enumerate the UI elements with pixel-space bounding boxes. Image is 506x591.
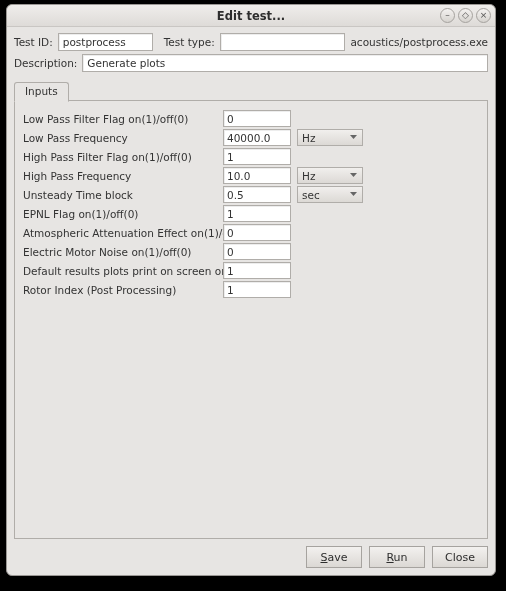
param-label: Rotor Index (Post Processing) bbox=[23, 284, 223, 296]
minimize-icon: – bbox=[445, 11, 450, 20]
param-row: High Pass Filter Flag on(1)/off(0) bbox=[23, 147, 479, 166]
window-title: Edit test... bbox=[7, 9, 495, 23]
param-row: EPNL Flag on(1)/off(0) bbox=[23, 204, 479, 223]
test-path-label: acoustics/postprocess.exe bbox=[350, 36, 488, 48]
button-bar: Save Run Close bbox=[14, 539, 488, 568]
tab-strip: Inputs bbox=[14, 81, 488, 101]
param-label: High Pass Frequency bbox=[23, 170, 223, 182]
client-area: Test ID: Test type: acoustics/postproces… bbox=[7, 27, 495, 575]
param-label: Atmospheric Attenuation Effect on(1)/off… bbox=[23, 227, 223, 239]
tab-strip-spacer bbox=[69, 81, 488, 101]
param-row: High Pass FrequencyHz bbox=[23, 166, 479, 185]
param-value-input[interactable] bbox=[223, 167, 291, 184]
param-row: Default results plots print on screen on… bbox=[23, 261, 479, 280]
param-label: High Pass Filter Flag on(1)/off(0) bbox=[23, 151, 223, 163]
header-row-1: Test ID: Test type: acoustics/postproces… bbox=[14, 33, 488, 51]
param-row: Rotor Index (Post Processing) bbox=[23, 280, 479, 299]
tab-area: Inputs Low Pass Filter Flag on(1)/off(0)… bbox=[14, 81, 488, 539]
titlebar: Edit test... – ◇ × bbox=[7, 5, 495, 27]
maximize-button[interactable]: ◇ bbox=[458, 8, 473, 23]
param-row: Electric Motor Noise on(1)/off(0) bbox=[23, 242, 479, 261]
close-icon: × bbox=[480, 11, 488, 20]
save-button[interactable]: Save bbox=[306, 546, 362, 568]
param-row: Atmospheric Attenuation Effect on(1)/off… bbox=[23, 223, 479, 242]
maximize-icon: ◇ bbox=[462, 11, 469, 20]
param-value-input[interactable] bbox=[223, 224, 291, 241]
param-label: Default results plots print on screen on… bbox=[23, 265, 223, 277]
param-unit-combo[interactable]: Hz bbox=[297, 129, 363, 146]
chevron-down-icon bbox=[350, 192, 357, 196]
close-window-button[interactable]: × bbox=[476, 8, 491, 23]
close-button[interactable]: Close bbox=[432, 546, 488, 568]
description-label: Description: bbox=[14, 57, 77, 69]
param-unit-text: Hz bbox=[302, 132, 315, 144]
param-value-input[interactable] bbox=[223, 281, 291, 298]
param-value-input[interactable] bbox=[223, 129, 291, 146]
minimize-button[interactable]: – bbox=[440, 8, 455, 23]
param-unit-text: Hz bbox=[302, 170, 315, 182]
test-id-label: Test ID: bbox=[14, 36, 53, 48]
tab-page-inputs: Low Pass Filter Flag on(1)/off(0)Low Pas… bbox=[14, 101, 488, 539]
param-label: Unsteady Time block bbox=[23, 189, 223, 201]
header-row-2: Description: bbox=[14, 54, 488, 72]
param-label: EPNL Flag on(1)/off(0) bbox=[23, 208, 223, 220]
param-label: Electric Motor Noise on(1)/off(0) bbox=[23, 246, 223, 258]
titlebar-buttons: – ◇ × bbox=[440, 8, 491, 23]
param-row: Low Pass Filter Flag on(1)/off(0) bbox=[23, 109, 479, 128]
param-unit-combo[interactable]: sec bbox=[297, 186, 363, 203]
description-input[interactable] bbox=[82, 54, 488, 72]
param-value-input[interactable] bbox=[223, 262, 291, 279]
test-type-label: Test type: bbox=[164, 36, 215, 48]
chevron-down-icon bbox=[350, 173, 357, 177]
chevron-down-icon bbox=[350, 135, 357, 139]
param-value-input[interactable] bbox=[223, 110, 291, 127]
param-unit-combo[interactable]: Hz bbox=[297, 167, 363, 184]
tab-inputs[interactable]: Inputs bbox=[14, 82, 69, 102]
run-button[interactable]: Run bbox=[369, 546, 425, 568]
param-row: Low Pass FrequencyHz bbox=[23, 128, 479, 147]
param-value-input[interactable] bbox=[223, 243, 291, 260]
test-type-input[interactable] bbox=[220, 33, 346, 51]
edit-test-dialog: Edit test... – ◇ × Test ID: Test type: a… bbox=[6, 4, 496, 576]
param-value-input[interactable] bbox=[223, 186, 291, 203]
param-label: Low Pass Filter Flag on(1)/off(0) bbox=[23, 113, 223, 125]
test-id-input[interactable] bbox=[58, 33, 153, 51]
param-value-input[interactable] bbox=[223, 205, 291, 222]
param-unit-text: sec bbox=[302, 189, 320, 201]
param-label: Low Pass Frequency bbox=[23, 132, 223, 144]
param-value-input[interactable] bbox=[223, 148, 291, 165]
param-row: Unsteady Time blocksec bbox=[23, 185, 479, 204]
